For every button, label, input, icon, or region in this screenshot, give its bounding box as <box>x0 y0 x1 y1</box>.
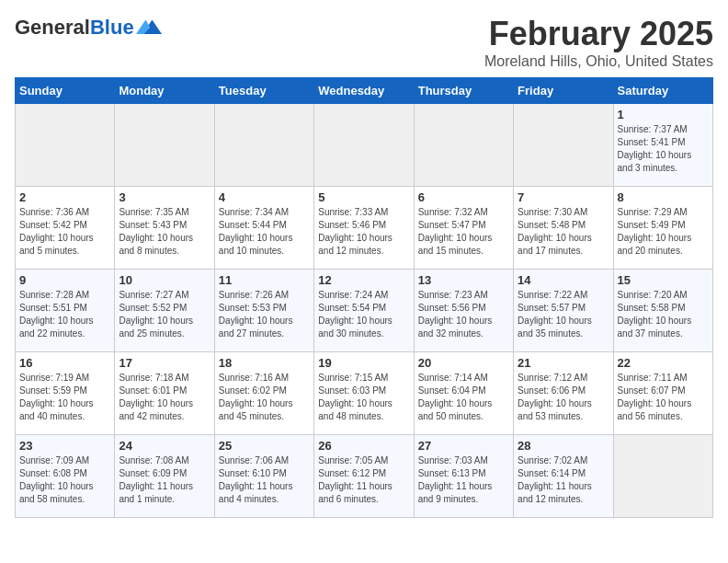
day-info: Sunrise: 7:12 AM Sunset: 6:06 PM Dayligh… <box>518 372 609 423</box>
calendar-cell: 18Sunrise: 7:16 AM Sunset: 6:02 PM Dayli… <box>214 352 313 435</box>
calendar-cell: 12Sunrise: 7:24 AM Sunset: 5:54 PM Dayli… <box>314 270 414 352</box>
day-number: 22 <box>618 356 709 370</box>
day-number: 13 <box>418 273 509 287</box>
calendar-week-row: 16Sunrise: 7:19 AM Sunset: 5:59 PM Dayli… <box>16 352 713 435</box>
day-number: 28 <box>518 439 609 453</box>
calendar-cell: 25Sunrise: 7:06 AM Sunset: 6:10 PM Dayli… <box>214 435 313 518</box>
day-info: Sunrise: 7:11 AM Sunset: 6:07 PM Dayligh… <box>618 372 709 423</box>
page-header: GeneralBlue February 2025 Moreland Hills… <box>15 15 713 70</box>
logo-general-text: General <box>15 16 90 39</box>
day-info: Sunrise: 7:30 AM Sunset: 5:48 PM Dayligh… <box>518 206 609 258</box>
day-number: 6 <box>418 190 509 204</box>
calendar-cell <box>115 104 214 187</box>
weekday-header-row: SundayMondayTuesdayWednesdayThursdayFrid… <box>16 78 713 104</box>
logo: GeneralBlue <box>15 15 162 40</box>
calendar-cell <box>314 104 414 187</box>
subtitle: Moreland Hills, Ohio, United States <box>484 53 713 70</box>
calendar-cell: 9Sunrise: 7:28 AM Sunset: 5:51 PM Daylig… <box>16 270 115 352</box>
day-info: Sunrise: 7:27 AM Sunset: 5:52 PM Dayligh… <box>119 289 210 340</box>
day-number: 8 <box>618 190 709 204</box>
day-info: Sunrise: 7:28 AM Sunset: 5:51 PM Dayligh… <box>19 289 110 340</box>
calendar-cell: 16Sunrise: 7:19 AM Sunset: 5:59 PM Dayli… <box>16 352 115 435</box>
day-number: 23 <box>19 439 110 453</box>
calendar-cell: 23Sunrise: 7:09 AM Sunset: 6:08 PM Dayli… <box>16 435 115 518</box>
calendar-cell: 3Sunrise: 7:35 AM Sunset: 5:43 PM Daylig… <box>115 187 214 270</box>
day-info: Sunrise: 7:15 AM Sunset: 6:03 PM Dayligh… <box>318 372 409 423</box>
calendar-cell: 11Sunrise: 7:26 AM Sunset: 5:53 PM Dayli… <box>214 270 313 352</box>
weekday-header-wednesday: Wednesday <box>314 78 414 104</box>
calendar-cell: 10Sunrise: 7:27 AM Sunset: 5:52 PM Dayli… <box>115 270 214 352</box>
calendar-cell: 15Sunrise: 7:20 AM Sunset: 5:58 PM Dayli… <box>613 270 712 352</box>
day-number: 27 <box>418 439 509 453</box>
calendar-week-row: 1Sunrise: 7:37 AM Sunset: 5:41 PM Daylig… <box>16 104 713 187</box>
day-info: Sunrise: 7:08 AM Sunset: 6:09 PM Dayligh… <box>119 454 210 506</box>
day-info: Sunrise: 7:22 AM Sunset: 5:57 PM Dayligh… <box>518 289 609 340</box>
calendar-cell: 5Sunrise: 7:33 AM Sunset: 5:46 PM Daylig… <box>314 187 414 270</box>
day-info: Sunrise: 7:29 AM Sunset: 5:49 PM Dayligh… <box>618 206 709 258</box>
day-number: 19 <box>318 356 409 370</box>
day-info: Sunrise: 7:34 AM Sunset: 5:44 PM Dayligh… <box>219 206 310 258</box>
calendar-cell: 21Sunrise: 7:12 AM Sunset: 6:06 PM Dayli… <box>514 352 613 435</box>
day-number: 4 <box>219 190 310 204</box>
day-number: 20 <box>418 356 509 370</box>
calendar-cell: 27Sunrise: 7:03 AM Sunset: 6:13 PM Dayli… <box>414 435 513 518</box>
weekday-header-monday: Monday <box>115 78 214 104</box>
day-info: Sunrise: 7:26 AM Sunset: 5:53 PM Dayligh… <box>219 289 310 340</box>
day-info: Sunrise: 7:33 AM Sunset: 5:46 PM Dayligh… <box>318 206 409 258</box>
calendar-cell: 19Sunrise: 7:15 AM Sunset: 6:03 PM Dayli… <box>314 352 414 435</box>
day-number: 1 <box>618 108 709 121</box>
calendar-cell: 28Sunrise: 7:02 AM Sunset: 6:14 PM Dayli… <box>514 435 613 518</box>
day-info: Sunrise: 7:18 AM Sunset: 6:01 PM Dayligh… <box>119 372 210 423</box>
day-info: Sunrise: 7:24 AM Sunset: 5:54 PM Dayligh… <box>318 289 409 340</box>
logo-icon <box>136 15 162 40</box>
calendar-week-row: 2Sunrise: 7:36 AM Sunset: 5:42 PM Daylig… <box>16 187 713 270</box>
day-info: Sunrise: 7:14 AM Sunset: 6:04 PM Dayligh… <box>418 372 509 423</box>
calendar-cell: 14Sunrise: 7:22 AM Sunset: 5:57 PM Dayli… <box>514 270 613 352</box>
calendar-cell <box>514 104 613 187</box>
day-number: 12 <box>318 273 409 287</box>
day-number: 18 <box>219 356 310 370</box>
day-info: Sunrise: 7:32 AM Sunset: 5:47 PM Dayligh… <box>418 206 509 258</box>
day-number: 26 <box>318 439 409 453</box>
day-info: Sunrise: 7:35 AM Sunset: 5:43 PM Dayligh… <box>119 206 210 258</box>
day-number: 16 <box>19 356 110 370</box>
title-area: February 2025 Moreland Hills, Ohio, Unit… <box>484 15 713 70</box>
day-number: 21 <box>518 356 609 370</box>
calendar-cell: 24Sunrise: 7:08 AM Sunset: 6:09 PM Dayli… <box>115 435 214 518</box>
calendar-cell: 26Sunrise: 7:05 AM Sunset: 6:12 PM Dayli… <box>314 435 414 518</box>
calendar-cell: 17Sunrise: 7:18 AM Sunset: 6:01 PM Dayli… <box>115 352 214 435</box>
weekday-header-friday: Friday <box>514 78 613 104</box>
day-info: Sunrise: 7:20 AM Sunset: 5:58 PM Dayligh… <box>618 289 709 340</box>
calendar-cell: 6Sunrise: 7:32 AM Sunset: 5:47 PM Daylig… <box>414 187 513 270</box>
calendar-cell <box>613 435 712 518</box>
day-info: Sunrise: 7:05 AM Sunset: 6:12 PM Dayligh… <box>318 454 409 506</box>
calendar-cell: 8Sunrise: 7:29 AM Sunset: 5:49 PM Daylig… <box>613 187 712 270</box>
day-info: Sunrise: 7:23 AM Sunset: 5:56 PM Dayligh… <box>418 289 509 340</box>
calendar-week-row: 23Sunrise: 7:09 AM Sunset: 6:08 PM Dayli… <box>16 435 713 518</box>
calendar-cell: 4Sunrise: 7:34 AM Sunset: 5:44 PM Daylig… <box>214 187 313 270</box>
weekday-header-tuesday: Tuesday <box>214 78 313 104</box>
day-number: 14 <box>518 273 609 287</box>
main-title: February 2025 <box>484 15 713 53</box>
calendar-cell: 2Sunrise: 7:36 AM Sunset: 5:42 PM Daylig… <box>16 187 115 270</box>
day-number: 11 <box>219 273 310 287</box>
day-number: 9 <box>19 273 110 287</box>
day-info: Sunrise: 7:06 AM Sunset: 6:10 PM Dayligh… <box>219 454 310 506</box>
calendar-week-row: 9Sunrise: 7:28 AM Sunset: 5:51 PM Daylig… <box>16 270 713 352</box>
calendar-cell: 22Sunrise: 7:11 AM Sunset: 6:07 PM Dayli… <box>613 352 712 435</box>
day-info: Sunrise: 7:19 AM Sunset: 5:59 PM Dayligh… <box>19 372 110 423</box>
weekday-header-saturday: Saturday <box>613 78 712 104</box>
calendar-cell: 7Sunrise: 7:30 AM Sunset: 5:48 PM Daylig… <box>514 187 613 270</box>
day-number: 15 <box>618 273 709 287</box>
day-number: 3 <box>119 190 210 204</box>
logo-blue-text: Blue <box>90 16 134 39</box>
calendar-cell: 1Sunrise: 7:37 AM Sunset: 5:41 PM Daylig… <box>613 104 712 187</box>
calendar-cell: 20Sunrise: 7:14 AM Sunset: 6:04 PM Dayli… <box>414 352 513 435</box>
day-info: Sunrise: 7:37 AM Sunset: 5:41 PM Dayligh… <box>618 123 709 175</box>
day-info: Sunrise: 7:03 AM Sunset: 6:13 PM Dayligh… <box>418 454 509 506</box>
calendar-cell: 13Sunrise: 7:23 AM Sunset: 5:56 PM Dayli… <box>414 270 513 352</box>
calendar-cell <box>16 104 115 187</box>
day-number: 25 <box>219 439 310 453</box>
day-number: 2 <box>19 190 110 204</box>
weekday-header-sunday: Sunday <box>16 78 115 104</box>
